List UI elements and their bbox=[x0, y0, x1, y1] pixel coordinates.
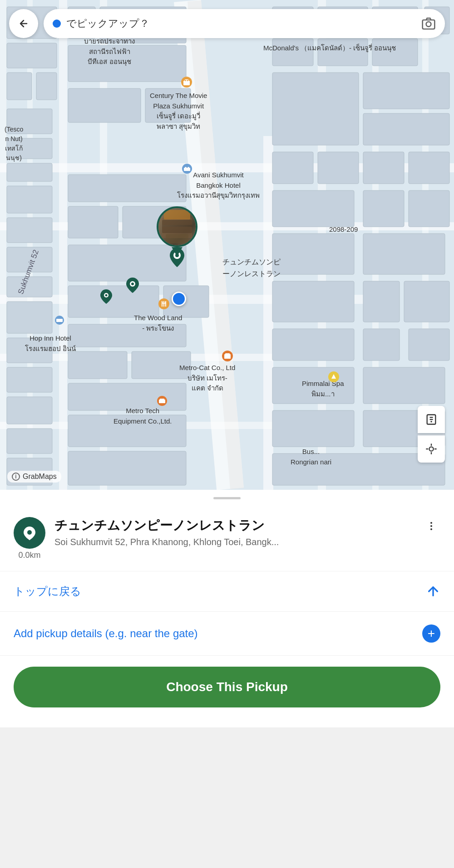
svg-point-123 bbox=[430, 528, 432, 530]
svg-rect-84 bbox=[185, 80, 186, 81]
drag-handle bbox=[213, 497, 241, 499]
grabmaps-text: GrabMaps bbox=[23, 473, 57, 481]
svg-rect-94 bbox=[225, 353, 230, 355]
map-area[interactable]: Sukhumvit 52 บายรถประจาทางสถานีรถไฟฟ้าบี… bbox=[0, 0, 454, 490]
metrotech-label: Metro TechEquipment Co.,Ltd. bbox=[114, 406, 172, 426]
svg-rect-62 bbox=[363, 152, 404, 184]
svg-rect-63 bbox=[409, 152, 449, 184]
svg-rect-23 bbox=[7, 186, 52, 213]
svg-rect-19 bbox=[36, 73, 57, 100]
bts-label: บายรถประจาทางสถานีรถไฟฟ้าบีทีเอส ออนนุช bbox=[84, 36, 135, 67]
map-controls bbox=[418, 406, 445, 463]
svg-point-110 bbox=[426, 22, 431, 27]
svg-rect-69 bbox=[272, 281, 354, 322]
back-to-top-text: トップに戻る bbox=[14, 584, 81, 599]
svg-rect-91 bbox=[56, 319, 63, 322]
report-button[interactable] bbox=[418, 406, 445, 433]
svg-rect-70 bbox=[363, 281, 400, 322]
location-name: チュンチムソンピーノンレストラン bbox=[54, 517, 413, 534]
svg-point-106 bbox=[131, 283, 134, 285]
metrocat-label: Metro-Cat Co., Ltdบริษัท เมโทร-แคต จำกัด bbox=[179, 363, 235, 394]
svg-rect-24 bbox=[7, 218, 52, 243]
svg-rect-60 bbox=[272, 152, 313, 184]
arrow-up-icon bbox=[426, 584, 440, 599]
bus-label: Bus...Rongrian nari bbox=[291, 447, 331, 467]
drag-handle-area[interactable] bbox=[0, 490, 454, 506]
svg-rect-31 bbox=[7, 429, 52, 454]
svg-rect-89 bbox=[188, 167, 189, 169]
woodland-poi-icon bbox=[158, 298, 170, 312]
svg-point-121 bbox=[430, 522, 432, 524]
svg-rect-27 bbox=[7, 302, 52, 333]
pin-svg bbox=[21, 525, 38, 541]
info-icon: i bbox=[12, 473, 20, 481]
back-to-top-row[interactable]: トップに戻る bbox=[0, 571, 454, 612]
search-dot-icon bbox=[53, 20, 61, 28]
svg-rect-36 bbox=[68, 88, 141, 122]
location-distance: 0.0km bbox=[18, 551, 40, 560]
svg-point-108 bbox=[105, 294, 108, 297]
location-pin-icon bbox=[14, 517, 45, 549]
hopinn-label: Hop Inn Hotelโรงแรมฮอป อินน์ bbox=[25, 333, 76, 354]
add-pickup-row[interactable]: Add pickup details (e.g. near the gate) … bbox=[0, 612, 454, 656]
camera-icon[interactable] bbox=[421, 16, 436, 31]
svg-rect-8 bbox=[59, 0, 67, 490]
svg-point-122 bbox=[430, 525, 432, 527]
svg-rect-87 bbox=[184, 168, 190, 171]
metrotech-poi-icon bbox=[157, 395, 168, 408]
svg-rect-39 bbox=[68, 206, 118, 238]
svg-rect-49 bbox=[68, 451, 186, 485]
svg-rect-38 bbox=[68, 175, 186, 202]
bottom-sheet: 0.0km チュンチムソンピーノンレストラン Soi Sukhumvit 52,… bbox=[0, 490, 454, 727]
svg-rect-29 bbox=[7, 367, 52, 392]
mcdonalds-label: McDonald's （แมคโดนัลด์）- เซ็นจูรี่ ออนนุ… bbox=[263, 43, 396, 54]
svg-rect-14 bbox=[0, 0, 6, 490]
number-label: 2098-209 bbox=[329, 224, 358, 234]
avani-poi-icon bbox=[182, 163, 192, 176]
svg-rect-88 bbox=[185, 167, 187, 169]
pin-2 bbox=[126, 277, 139, 295]
choose-pickup-label: Choose This Pickup bbox=[166, 680, 288, 694]
svg-rect-45 bbox=[68, 351, 127, 379]
svg-rect-67 bbox=[272, 234, 354, 274]
more-button[interactable] bbox=[422, 517, 440, 535]
svg-rect-22 bbox=[7, 163, 52, 181]
tesco-label: (Tescon Nut)เทสโก้นนุช) bbox=[5, 125, 23, 163]
svg-rect-77 bbox=[272, 410, 354, 447]
add-pickup-text: Add pickup details (e.g. near the gate) bbox=[14, 627, 198, 640]
svg-rect-74 bbox=[409, 329, 449, 361]
hopinn-poi-icon bbox=[54, 315, 64, 327]
century-poi-icon bbox=[181, 76, 192, 90]
svg-rect-59 bbox=[363, 113, 449, 145]
metrocat-poi-icon bbox=[222, 350, 233, 364]
grab-watermark: i GrabMaps bbox=[7, 471, 61, 483]
svg-rect-71 bbox=[404, 281, 449, 322]
svg-rect-68 bbox=[363, 234, 445, 274]
chunchimon-label: チュンチムソンピーノンレストラン bbox=[222, 256, 281, 279]
top-bar: でピックアップ？ bbox=[9, 9, 445, 38]
svg-rect-85 bbox=[187, 80, 188, 81]
photo-pin bbox=[157, 206, 197, 256]
more-icon bbox=[426, 521, 437, 532]
svg-rect-65 bbox=[363, 190, 404, 227]
choose-pickup-button[interactable]: Choose This Pickup bbox=[14, 667, 440, 707]
svg-point-115 bbox=[429, 447, 433, 451]
svg-rect-97 bbox=[160, 399, 164, 400]
pin-3 bbox=[100, 288, 113, 306]
svg-rect-73 bbox=[363, 329, 400, 361]
svg-rect-61 bbox=[318, 152, 359, 184]
svg-rect-18 bbox=[7, 73, 32, 100]
report-icon bbox=[425, 413, 438, 426]
century-label: Century The MoviePlaza Sukhumvitเซ็นจูรี… bbox=[150, 91, 207, 132]
svg-rect-57 bbox=[272, 73, 359, 145]
pimmalai-poi-icon bbox=[328, 371, 340, 385]
svg-rect-10 bbox=[263, 136, 273, 490]
back-button[interactable] bbox=[9, 9, 38, 38]
add-pickup-plus-icon: + bbox=[422, 624, 440, 643]
location-info: チュンチムソンピーノンレストラン Soi Sukhumvit 52, Phra … bbox=[54, 517, 413, 547]
search-bar[interactable]: でピックアップ？ bbox=[44, 9, 445, 38]
locate-icon bbox=[425, 443, 438, 455]
user-location-dot bbox=[172, 292, 186, 306]
locate-button[interactable] bbox=[418, 435, 445, 463]
location-icon-container: 0.0km bbox=[14, 517, 45, 560]
